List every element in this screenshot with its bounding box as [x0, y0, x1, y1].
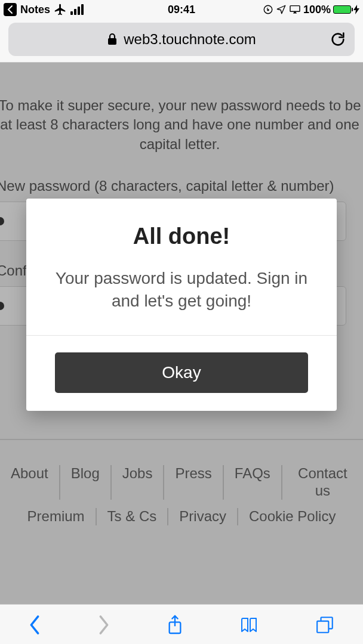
tabs-icon[interactable] [316, 616, 335, 634]
battery-icon [333, 5, 351, 14]
success-modal: All done! Your password is updated. Sign… [26, 199, 337, 411]
location-icon [276, 4, 287, 15]
svg-rect-5 [317, 621, 328, 632]
lock-icon [107, 33, 118, 46]
svg-rect-2 [108, 38, 116, 45]
safari-toolbar [0, 604, 363, 644]
orientation-lock-icon [263, 4, 273, 15]
refresh-icon[interactable] [330, 30, 346, 48]
battery-percent: 100% [303, 4, 331, 16]
url-text: web3.touchnote.com [124, 31, 256, 48]
modal-body: Your password is updated. Sign in and le… [26, 261, 337, 335]
browser-chrome: web3.touchnote.com [0, 19, 363, 63]
back-chevron-badge-icon[interactable] [4, 3, 17, 16]
cell-signal-icon [70, 4, 84, 15]
clock: 09:41 [168, 4, 195, 16]
forward-icon [97, 615, 110, 635]
share-icon[interactable] [167, 614, 183, 636]
url-bar[interactable]: web3.touchnote.com [8, 23, 355, 56]
charging-bolt-icon [353, 5, 359, 14]
okay-button[interactable]: Okay [55, 352, 308, 393]
airplay-icon [289, 5, 301, 14]
back-to-app-label[interactable]: Notes [20, 4, 50, 16]
bookmarks-icon[interactable] [239, 616, 260, 634]
ios-status-bar: Notes 09:41 100% [0, 0, 363, 19]
back-icon[interactable] [28, 615, 41, 635]
airplane-mode-icon [54, 3, 67, 16]
svg-rect-1 [290, 6, 300, 12]
modal-title: All done! [44, 224, 319, 249]
